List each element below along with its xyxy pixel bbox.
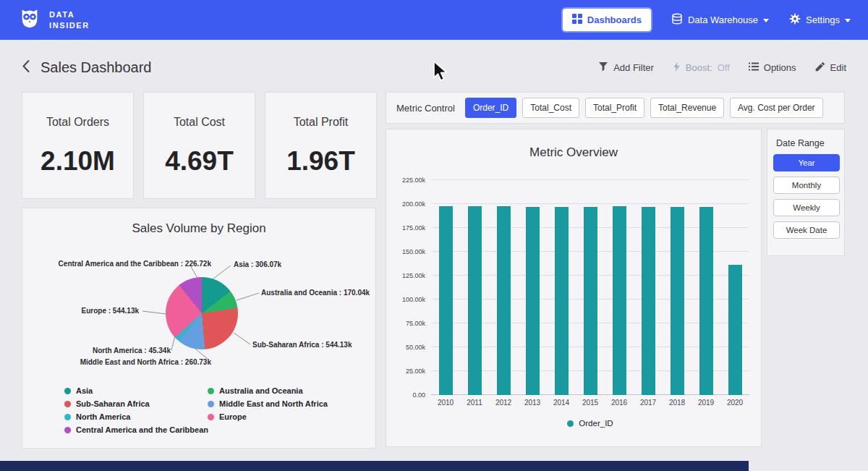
gear-icon xyxy=(789,13,801,27)
bar-slot xyxy=(547,180,576,395)
kpi-card-total-orders: Total Orders 2.10M xyxy=(22,92,134,199)
bar-2011[interactable] xyxy=(468,206,482,395)
x-axis-label: 2013 xyxy=(518,399,547,407)
y-axis-tick: 225.00k xyxy=(386,177,425,184)
y-axis-tick: 50.00k xyxy=(386,344,425,351)
metric-button-order-id[interactable]: Order_ID xyxy=(465,98,516,118)
legend-dot xyxy=(208,414,214,420)
pie-legend-item-europe[interactable]: Europe xyxy=(208,412,328,421)
date-range-button-year[interactable]: Year xyxy=(773,154,840,171)
bar-slot xyxy=(692,180,720,395)
y-axis-tick: 200.00k xyxy=(386,200,425,208)
pie-legend-item-asia[interactable]: Asia xyxy=(64,386,208,395)
pie-legend-item-sub-saharan-africa[interactable]: Sub-Saharan Africa xyxy=(64,399,208,408)
metric-control-label: Metric Control xyxy=(396,103,455,114)
date-range-button-weekly[interactable]: Weekly xyxy=(773,199,840,216)
pie[interactable] xyxy=(166,277,238,349)
pie-legend-item-north-america[interactable]: North America xyxy=(64,412,208,421)
y-axis-tick: 75.00k xyxy=(386,320,425,327)
bar-chart-title: Metric Overview xyxy=(386,145,761,160)
navbar-menu: Dashboards Data Warehouse xyxy=(563,9,851,31)
boost-value: Off xyxy=(718,62,730,73)
y-axis-tick: 175.00k xyxy=(386,224,425,232)
legend-dot xyxy=(64,388,71,394)
pie-slice-label-central-america-and-the-caribbean: Central America and the Caribbean : 226.… xyxy=(59,260,211,268)
kpi-label: Total Profit xyxy=(265,116,376,129)
database-icon xyxy=(671,13,683,27)
pie-slice-label-australia-and-oceania: Australia and Oceania : 170.04k xyxy=(261,289,370,297)
page-title: Sales Dashboard xyxy=(41,59,151,76)
pie-chart-card: Sales Volume by Region Asia : 306.07kAus… xyxy=(22,208,376,449)
bar-slot xyxy=(663,180,692,395)
metric-button-total-profit[interactable]: Total_Profit xyxy=(585,98,644,118)
pie-legend-column: Australia and OceaniaMiddle East and Nor… xyxy=(208,386,328,438)
pencil-icon xyxy=(815,61,825,74)
bar-2018[interactable] xyxy=(671,207,684,395)
x-labels: 2010201120122013201420152016201720182019… xyxy=(431,399,749,407)
kpi-value: 1.96T xyxy=(265,146,376,177)
y-axis-tick: 100.00k xyxy=(386,296,425,303)
bar-2016[interactable] xyxy=(613,206,626,395)
date-range-panel: Date Range YearMonthlyWeeklyWeek Date xyxy=(767,129,845,256)
boost-label: Boost: xyxy=(686,62,712,73)
bar-chart-legend[interactable]: Order_ID xyxy=(431,419,749,428)
dashboards-button[interactable]: Dashboards xyxy=(563,9,651,31)
legend-label: North America xyxy=(76,412,130,421)
footer-strip xyxy=(0,461,749,471)
bar-2020[interactable] xyxy=(728,265,742,395)
pie-legend-item-central-america-and-the-caribbean[interactable]: Central America and the Caribbean xyxy=(64,425,208,434)
metric-button-avg-cost-per-order[interactable]: Avg. Cost per Order xyxy=(730,98,823,118)
bar-2013[interactable] xyxy=(526,207,540,395)
bar-2017[interactable] xyxy=(642,207,655,395)
back-button[interactable] xyxy=(22,59,30,75)
bar-slot xyxy=(460,180,489,395)
date-range-button-week-date[interactable]: Week Date xyxy=(773,221,840,239)
bar-slot xyxy=(489,180,518,395)
chevron-down-icon xyxy=(845,19,851,22)
options-button[interactable]: Options xyxy=(749,62,796,73)
metric-button-total-revenue[interactable]: Total_Revenue xyxy=(650,98,724,118)
legend-label: Europe xyxy=(219,412,247,421)
legend-label: Australia and Oceania xyxy=(219,386,303,395)
x-axis-label: 2014 xyxy=(547,399,576,407)
legend-dot xyxy=(208,388,214,394)
pie-legend: AsiaSub-Saharan AfricaNorth AmericaCentr… xyxy=(64,386,328,438)
x-axis-label: 2012 xyxy=(489,399,518,407)
brand[interactable]: DATA INSIDER xyxy=(17,7,90,34)
legend-dot xyxy=(567,420,574,427)
kpi-card-total-profit: Total Profit 1.96T xyxy=(265,92,377,199)
date-range-button-group: YearMonthlyWeeklyWeek Date xyxy=(773,154,838,239)
bar-2019[interactable] xyxy=(699,207,713,395)
bar-2010[interactable] xyxy=(439,206,453,395)
x-axis-label: 2015 xyxy=(576,399,605,407)
kpi-value: 2.10M xyxy=(22,146,133,177)
metric-button-total-cost[interactable]: Total_Cost xyxy=(522,98,579,118)
bar-2014[interactable] xyxy=(555,207,569,395)
chevron-down-icon xyxy=(763,19,769,22)
dashboard-header: Sales Dashboard Add Filter Boost: Off xyxy=(0,40,868,88)
bar-slot xyxy=(518,180,547,395)
metric-control-bar: Metric Control Order_IDTotal_CostTotal_P… xyxy=(386,92,845,124)
legend-label: Order_ID xyxy=(579,419,613,428)
bar-slot xyxy=(605,180,634,395)
top-navbar: DATA INSIDER Dashboards xyxy=(0,0,868,40)
bar-slot xyxy=(431,180,460,395)
settings-menu[interactable]: Settings xyxy=(789,13,851,27)
legend-label: Asia xyxy=(76,386,93,395)
date-range-button-monthly[interactable]: Monthly xyxy=(773,177,840,194)
x-axis-label: 2011 xyxy=(460,399,489,407)
legend-dot xyxy=(64,401,71,407)
list-icon xyxy=(749,62,759,73)
legend-dot xyxy=(64,414,71,420)
edit-button[interactable]: Edit xyxy=(815,61,846,74)
bars xyxy=(431,180,749,395)
pie-slice-label-north-america: North America : 45.34k xyxy=(93,347,171,355)
boost-indicator[interactable]: Boost: Off xyxy=(673,61,730,74)
pie-legend-item-middle-east-and-north-africa[interactable]: Middle East and North Africa xyxy=(208,399,328,408)
bar-2015[interactable] xyxy=(584,207,597,395)
pie-legend-item-australia-and-oceania[interactable]: Australia and Oceania xyxy=(208,386,328,395)
bar-2012[interactable] xyxy=(497,206,511,395)
add-filter-button[interactable]: Add Filter xyxy=(598,61,654,74)
data-warehouse-menu[interactable]: Data Warehouse xyxy=(671,13,769,27)
pie-slice-label-asia: Asia : 306.07k xyxy=(234,260,281,268)
